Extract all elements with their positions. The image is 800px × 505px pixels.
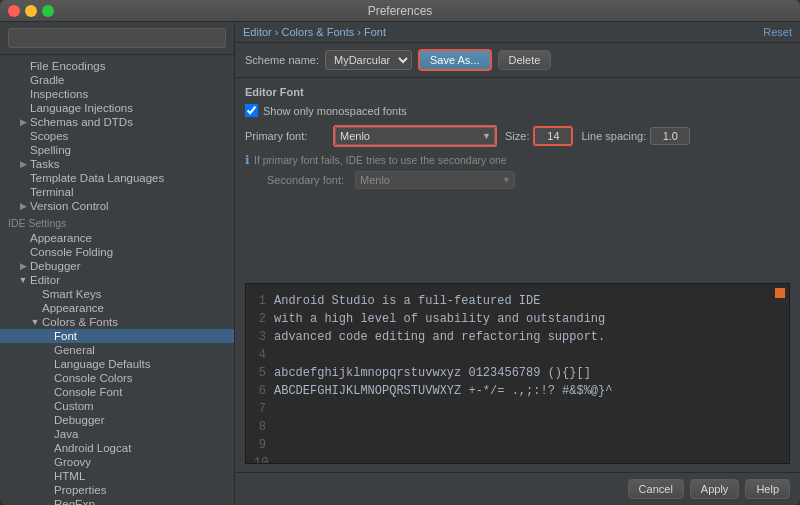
help-button[interactable]: Help xyxy=(745,479,790,499)
sidebar-item-general[interactable]: General xyxy=(0,343,234,357)
main-content: File EncodingsGradleInspectionsLanguage … xyxy=(0,22,800,505)
preview-area: 1Android Studio is a full-featured IDE2w… xyxy=(245,283,790,464)
line-number: 9 xyxy=(254,436,266,454)
maximize-button[interactable] xyxy=(42,5,54,17)
sidebar-item-editor-appearance[interactable]: Appearance xyxy=(0,301,234,315)
secondary-font-select[interactable]: Menlo xyxy=(355,171,515,189)
sidebar-label-scopes: Scopes xyxy=(30,130,68,142)
sidebar-label-language-defaults: Language Defaults xyxy=(54,358,151,370)
sidebar-item-font[interactable]: Font xyxy=(0,329,234,343)
size-label: Size: xyxy=(505,130,529,142)
preview-container: 1Android Studio is a full-featured IDE2w… xyxy=(235,283,800,472)
sidebar-item-debugger[interactable]: ▶Debugger xyxy=(0,259,234,273)
sidebar-label-inspections: Inspections xyxy=(30,88,88,100)
close-button[interactable] xyxy=(8,5,20,17)
sidebar-item-console-folding[interactable]: Console Folding xyxy=(0,245,234,259)
line-number: 6 xyxy=(254,382,266,400)
tree-arrow-tasks: ▶ xyxy=(16,159,30,169)
sidebar-label-groovy: Groovy xyxy=(54,456,91,468)
sidebar-item-version-control[interactable]: ▶Version Control xyxy=(0,199,234,213)
sidebar-item-properties[interactable]: Properties xyxy=(0,483,234,497)
tree-arrow-schemas-dtds: ▶ xyxy=(16,117,30,127)
sidebar-item-console-font[interactable]: Console Font xyxy=(0,385,234,399)
sidebar-item-language-defaults[interactable]: Language Defaults xyxy=(0,357,234,371)
show-monospaced-label: Show only monospaced fonts xyxy=(263,105,407,117)
sidebar-label-debugger: Debugger xyxy=(30,260,81,272)
sidebar-item-console-colors[interactable]: Console Colors xyxy=(0,371,234,385)
info-icon: ℹ xyxy=(245,153,250,167)
preview-line: 7 xyxy=(254,400,781,418)
reset-button[interactable]: Reset xyxy=(763,26,792,38)
save-as-button[interactable]: Save As... xyxy=(418,49,492,71)
right-panel: Editor › Colors & Fonts › Font Reset Sch… xyxy=(235,22,800,505)
title-bar: Preferences xyxy=(0,0,800,22)
sidebar-item-template-data-languages[interactable]: Template Data Languages xyxy=(0,171,234,185)
preferences-window: Preferences File EncodingsGradleInspecti… xyxy=(0,0,800,505)
sidebar-item-gradle[interactable]: Gradle xyxy=(0,73,234,87)
tree-arrow-version-control: ▶ xyxy=(16,201,30,211)
sidebar-item-appearance[interactable]: Appearance xyxy=(0,231,234,245)
bottom-bar: Cancel Apply Help xyxy=(235,472,800,505)
sidebar-label-template-data-languages: Template Data Languages xyxy=(30,172,164,184)
line-spacing-input[interactable]: 1.0 xyxy=(650,127,690,145)
line-spacing-wrapper: Line spacing: 1.0 xyxy=(581,127,690,145)
line-text: advanced code editing and refactoring su… xyxy=(274,328,605,346)
sidebar-label-font: Font xyxy=(54,330,77,342)
delete-button[interactable]: Delete xyxy=(498,50,552,70)
sidebar-label-custom: Custom xyxy=(54,400,94,412)
sidebar-item-debugger2[interactable]: Debugger xyxy=(0,413,234,427)
search-input[interactable] xyxy=(8,28,226,48)
editor-font-section: Editor Font Show only monospaced fonts P… xyxy=(235,78,800,283)
editor-font-section-title: Editor Font xyxy=(245,86,790,98)
scheme-select[interactable]: MyDarcular xyxy=(325,50,412,70)
preview-line: 6ABCDEFGHIJKLMNOPQRSTUVWXYZ +-*/= .,;:!?… xyxy=(254,382,781,400)
sidebar-item-smart-keys[interactable]: Smart Keys xyxy=(0,287,234,301)
line-text: Android Studio is a full-featured IDE xyxy=(274,292,540,310)
sidebar-item-android-logcat[interactable]: Android Logcat xyxy=(0,441,234,455)
sidebar-label-spelling: Spelling xyxy=(30,144,71,156)
preview-line: 9 xyxy=(254,436,781,454)
tree-arrow-colors-fonts: ▼ xyxy=(28,317,42,327)
sidebar-item-language-injections[interactable]: Language Injections xyxy=(0,101,234,115)
sidebar-item-inspections[interactable]: Inspections xyxy=(0,87,234,101)
scheme-row: Scheme name: MyDarcular Save As... Delet… xyxy=(235,43,800,78)
sidebar-item-tasks[interactable]: ▶Tasks xyxy=(0,157,234,171)
sidebar-item-colors-fonts[interactable]: ▼Colors & Fonts xyxy=(0,315,234,329)
sidebar-item-terminal[interactable]: Terminal xyxy=(0,185,234,199)
minimize-button[interactable] xyxy=(25,5,37,17)
sidebar-item-java[interactable]: Java xyxy=(0,427,234,441)
preview-line: 2with a high level of usability and outs… xyxy=(254,310,781,328)
sidebar-item-spelling[interactable]: Spelling xyxy=(0,143,234,157)
line-text: with a high level of usability and outst… xyxy=(274,310,605,328)
sidebar-item-schemas-dtds[interactable]: ▶Schemas and DTDs xyxy=(0,115,234,129)
cancel-button[interactable]: Cancel xyxy=(628,479,684,499)
sidebar-label-console-folding: Console Folding xyxy=(30,246,113,258)
sidebar-item-scopes[interactable]: Scopes xyxy=(0,129,234,143)
sidebar-item-html[interactable]: HTML xyxy=(0,469,234,483)
sidebar-item-editor[interactable]: ▼Editor xyxy=(0,273,234,287)
sidebar-label-console-colors: Console Colors xyxy=(54,372,133,384)
sidebar-label-general: General xyxy=(54,344,95,356)
show-monospaced-checkbox[interactable] xyxy=(245,104,258,117)
preview-line: 10 xyxy=(254,454,781,464)
sidebar: File EncodingsGradleInspectionsLanguage … xyxy=(0,22,235,505)
sidebar-item-custom[interactable]: Custom xyxy=(0,399,234,413)
primary-font-select[interactable]: Menlo xyxy=(335,127,495,145)
sidebar-item-regexp[interactable]: RegExp xyxy=(0,497,234,505)
preview-line: 1Android Studio is a full-featured IDE xyxy=(254,292,781,310)
primary-font-row: Primary font: Menlo ▼ Size: 14 Line spac… xyxy=(245,125,790,147)
apply-button[interactable]: Apply xyxy=(690,479,740,499)
line-number: 10 xyxy=(254,454,268,464)
size-input[interactable]: 14 xyxy=(533,126,573,146)
sidebar-label-java: Java xyxy=(54,428,78,440)
section-label-ide-settings: IDE Settings xyxy=(0,213,234,231)
show-monospaced-row: Show only monospaced fonts xyxy=(245,104,790,117)
line-number: 3 xyxy=(254,328,266,346)
sidebar-item-file-encodings[interactable]: File Encodings xyxy=(0,59,234,73)
sidebar-item-groovy[interactable]: Groovy xyxy=(0,455,234,469)
sidebar-label-language-injections: Language Injections xyxy=(30,102,133,114)
sidebar-label-tasks: Tasks xyxy=(30,158,59,170)
tree-arrow-debugger: ▶ xyxy=(16,261,30,271)
line-number: 7 xyxy=(254,400,266,418)
line-spacing-label: Line spacing: xyxy=(581,130,646,142)
